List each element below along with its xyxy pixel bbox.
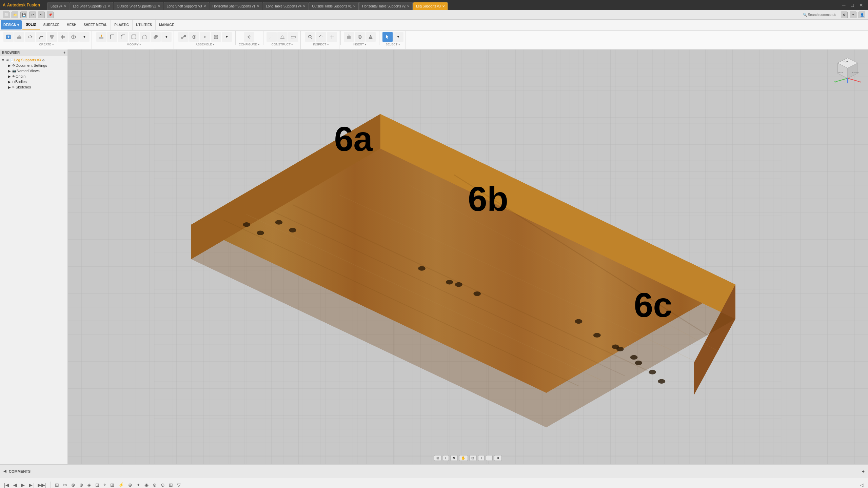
bottom-tool11[interactable]: ✦ bbox=[135, 482, 142, 488]
zoom-fit-btn[interactable]: ⊡ bbox=[469, 455, 476, 461]
open-button[interactable]: 📁 bbox=[12, 12, 18, 18]
tab-close-outside-shelf-supports-v2[interactable]: ✕ bbox=[158, 4, 160, 8]
tab-horizontal-shelf-supports-v1[interactable]: Horizontal Shelf Supports v1✕ bbox=[210, 2, 263, 10]
insert-btn3[interactable] bbox=[366, 32, 376, 42]
tab-utilities[interactable]: UTILITIES bbox=[133, 20, 156, 30]
snap-toggle[interactable]: • bbox=[443, 455, 449, 461]
more-select-btn[interactable]: ▼ bbox=[393, 32, 403, 42]
zoom-in-btn[interactable]: + bbox=[478, 455, 485, 461]
close-button[interactable]: ✕ bbox=[857, 2, 865, 8]
insert-btn1[interactable] bbox=[344, 32, 354, 42]
assemble-btn4[interactable] bbox=[211, 32, 221, 42]
chamfer-btn[interactable] bbox=[118, 32, 128, 42]
bottom-tool8[interactable]: ⊞ bbox=[109, 482, 116, 488]
zoom-out-btn[interactable]: − bbox=[486, 455, 493, 461]
bottom-tool6[interactable]: ⊡ bbox=[94, 482, 101, 488]
tab-manage[interactable]: MANAGE bbox=[156, 20, 178, 30]
bottom-tool15[interactable]: ⊞ bbox=[167, 482, 174, 488]
tab-long-shelf-supports-v3[interactable]: Long Shelf Supports v3✕ bbox=[164, 2, 209, 10]
window-controls[interactable]: ─ □ ✕ bbox=[840, 2, 868, 8]
tab-close-long-table-supports-v4[interactable]: ✕ bbox=[303, 4, 305, 8]
tab-close-leg-supports-v3[interactable]: ✕ bbox=[442, 4, 445, 8]
loft-btn[interactable] bbox=[47, 32, 57, 42]
playback-play[interactable]: ▶ bbox=[20, 482, 26, 488]
tab-close-long-shelf-supports-v3[interactable]: ✕ bbox=[203, 4, 206, 8]
new-component-btn[interactable] bbox=[3, 32, 14, 42]
assemble-btn1[interactable] bbox=[178, 32, 189, 42]
bottom-tool7[interactable]: ⌖ bbox=[102, 481, 107, 488]
bottom-tool5[interactable]: ◈ bbox=[86, 482, 93, 488]
revolve-btn[interactable] bbox=[25, 32, 35, 42]
bottom-tool10[interactable]: ⊛ bbox=[127, 482, 134, 488]
browser-item-root[interactable]: ▼ 👁 📄 Leg Supports v3 ⚙ bbox=[0, 58, 67, 63]
comments-add[interactable]: + bbox=[862, 469, 865, 474]
browser-item-bodies[interactable]: ▶ ◻ Bodies bbox=[0, 79, 67, 84]
construct-btn1[interactable] bbox=[267, 32, 277, 42]
playback-end[interactable]: ▶▶| bbox=[36, 482, 48, 488]
inspect-btn2[interactable] bbox=[316, 32, 326, 42]
tab-surface[interactable]: SURFACE bbox=[40, 20, 63, 30]
maximize-button[interactable]: □ bbox=[849, 2, 856, 8]
web-btn[interactable] bbox=[68, 32, 79, 42]
tab-legs-v4[interactable]: Legs v4✕ bbox=[47, 2, 70, 10]
construct-btn3[interactable] bbox=[288, 32, 298, 42]
bottom-tool3[interactable]: ⊗ bbox=[70, 482, 77, 488]
bottom-tool1[interactable]: ⊞ bbox=[54, 482, 60, 488]
insert-btn2[interactable]: A bbox=[355, 32, 365, 42]
comments-toggle[interactable]: ◀ bbox=[3, 469, 6, 473]
bottom-tool16[interactable]: ▽ bbox=[176, 482, 182, 488]
tab-solid[interactable]: SOLID bbox=[22, 20, 40, 30]
save-button[interactable]: 💾 bbox=[20, 12, 27, 18]
tab-close-outside-table-supports-v1[interactable]: ✕ bbox=[353, 4, 356, 8]
extrude-btn[interactable] bbox=[14, 32, 24, 42]
sweep-btn[interactable] bbox=[36, 32, 46, 42]
orbit-btn[interactable]: ↻ bbox=[450, 455, 457, 461]
assemble-btn2[interactable] bbox=[189, 32, 199, 42]
design-mode-selector[interactable]: DESIGN ▾ bbox=[1, 20, 22, 29]
browser-add-icon[interactable]: + bbox=[63, 51, 65, 55]
browser-item-named-views[interactable]: ▶ 📷 Named Views bbox=[0, 68, 67, 74]
root-settings-icon[interactable]: ⚙ bbox=[42, 59, 45, 62]
tab-close-leg-shelf-supports-v1[interactable]: ✕ bbox=[107, 4, 110, 8]
more-modify-btn[interactable]: ▼ bbox=[161, 32, 172, 42]
viewport[interactable]: 6a 6b 6c TOP LEFT FRONT x y bbox=[68, 49, 868, 464]
inspect-btn3[interactable] bbox=[327, 32, 337, 42]
assemble-btn3[interactable] bbox=[200, 32, 210, 42]
pin-button[interactable]: 📌 bbox=[47, 12, 54, 18]
bottom-right-expand[interactable]: ◁ bbox=[859, 482, 865, 488]
construct-btn2[interactable] bbox=[277, 32, 288, 42]
playback-start[interactable]: |◀ bbox=[3, 482, 11, 488]
grid-toggle[interactable]: ⊞ bbox=[434, 455, 441, 461]
inspect-btn1[interactable] bbox=[305, 32, 315, 42]
scale-btn[interactable] bbox=[140, 32, 150, 42]
tab-horizontal-table-supports-v2[interactable]: Horizontal Table Supports v2✕ bbox=[359, 2, 413, 10]
configure-btn[interactable] bbox=[244, 32, 254, 42]
press-pull-btn[interactable] bbox=[96, 32, 106, 42]
shell-btn[interactable] bbox=[129, 32, 139, 42]
pan-btn[interactable]: ✋ bbox=[459, 455, 468, 461]
bottom-tool13[interactable]: ⊜ bbox=[151, 482, 158, 488]
new-button[interactable]: ⬜ bbox=[3, 12, 9, 18]
bottom-tool12[interactable]: ◉ bbox=[143, 482, 150, 488]
browser-item-origin[interactable]: ▶ ⊕ Origin bbox=[0, 74, 67, 79]
undo-button[interactable]: ↩ bbox=[29, 12, 36, 18]
more-assemble-btn[interactable]: ▼ bbox=[222, 32, 232, 42]
bottom-tool9[interactable]: ⚡ bbox=[117, 482, 125, 488]
account-button[interactable]: 👤 bbox=[859, 12, 865, 18]
tab-leg-supports-v3[interactable]: Leg Supports v3✕ bbox=[413, 2, 448, 10]
minimize-button[interactable]: ─ bbox=[840, 2, 848, 8]
tab-close-horizontal-shelf-supports-v1[interactable]: ✕ bbox=[257, 4, 259, 8]
browser-item-doc-settings[interactable]: ▶ ⚙ Document Settings bbox=[0, 63, 67, 68]
tab-sheet-metal[interactable]: SHEET METAL bbox=[80, 20, 111, 30]
view-cube[interactable]: TOP LEFT FRONT x y z bbox=[834, 56, 861, 83]
redo-button[interactable]: ↪ bbox=[38, 12, 45, 18]
combine-btn[interactable] bbox=[151, 32, 161, 42]
bottom-tool4[interactable]: ⊕ bbox=[78, 482, 85, 488]
tab-mesh[interactable]: MESH bbox=[63, 20, 80, 30]
tab-outside-table-supports-v1[interactable]: Outside Table Supports v1✕ bbox=[309, 2, 359, 10]
help-search[interactable]: 🔍 Search commands bbox=[803, 13, 836, 17]
tab-plastic[interactable]: PLASTIC bbox=[111, 20, 133, 30]
settings-button[interactable]: ⚙ bbox=[841, 12, 848, 18]
browser-item-sketches[interactable]: ▶ ✏ Sketches bbox=[0, 84, 67, 90]
bottom-tool14[interactable]: ⊝ bbox=[159, 482, 166, 488]
